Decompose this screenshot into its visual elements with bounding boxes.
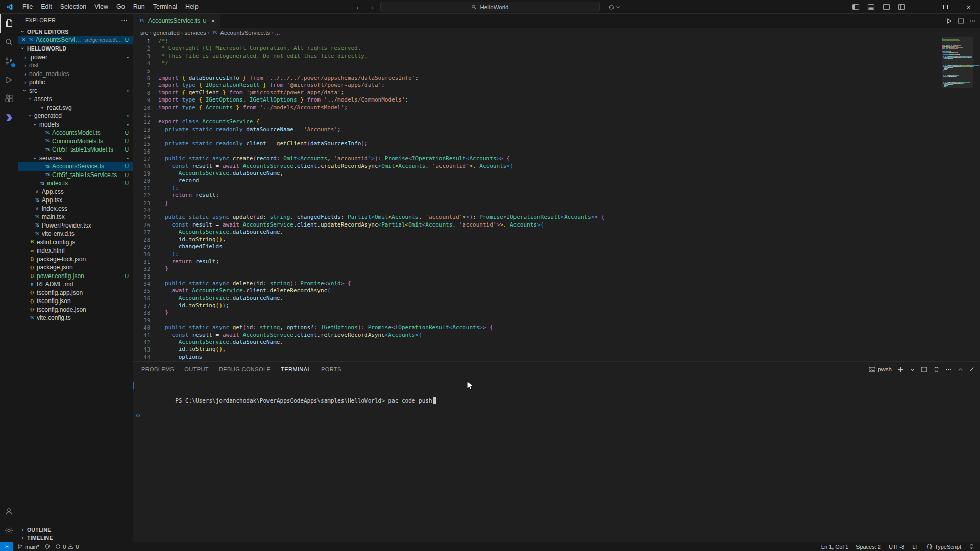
- code-line[interactable]: 6import { dataSourcesInfo } from '../../…: [133, 74, 939, 82]
- code-line[interactable]: 24: [133, 207, 939, 214]
- code-line[interactable]: 37 id.toString());: [133, 302, 939, 309]
- code-line[interactable]: 25 public static async update(id: string…: [133, 214, 939, 221]
- toggle-secondary-sidebar-icon[interactable]: [880, 2, 892, 13]
- problems-item[interactable]: 0 0: [53, 544, 81, 550]
- close-button[interactable]: ×: [957, 0, 980, 14]
- folder-row-models[interactable]: ›models●: [18, 120, 133, 129]
- terminal-content[interactable]: PS C:\Users\jordanchodak\PowerAppsCodeAp…: [133, 377, 980, 542]
- folder-row-.power[interactable]: ›.power●: [18, 53, 133, 62]
- file-row-index.css[interactable]: #index.css: [18, 205, 133, 213]
- panel-tab-ports[interactable]: PORTS: [321, 362, 341, 377]
- folder-row-node-modules[interactable]: ›node_modules: [18, 70, 133, 79]
- code-line[interactable]: 40 public static async get(id: string, o…: [133, 324, 939, 331]
- code-line[interactable]: 18 const result = await AccountsService.…: [133, 163, 939, 170]
- file-row-index.html[interactable]: <>index.html: [18, 246, 133, 255]
- status-encoding[interactable]: UTF-8: [886, 544, 907, 550]
- menu-go[interactable]: Go: [112, 0, 129, 13]
- panel-tab-output[interactable]: OUTPUT: [184, 362, 209, 377]
- code-line[interactable]: 13 private static readonly dataSourceNam…: [133, 126, 939, 133]
- git-branch-item[interactable]: main*: [15, 544, 42, 550]
- close-tab-icon[interactable]: ×: [211, 17, 215, 25]
- code-line[interactable]: 3 * This file is autogenerated. Do not e…: [133, 53, 939, 60]
- code-line[interactable]: 1/*!: [133, 38, 939, 45]
- menu-edit[interactable]: Edit: [37, 0, 56, 13]
- breadcrumb-item[interactable]: generated: [153, 30, 180, 36]
- maximize-button[interactable]: [934, 0, 957, 14]
- code-line[interactable]: 16: [133, 148, 939, 155]
- file-row-crb5f-table1smodel.ts[interactable]: TSCrb5f_table1sModel.tsU: [18, 145, 133, 154]
- file-row-vite.config.ts[interactable]: TSvite.config.ts: [18, 314, 133, 322]
- terminal-shell-selector[interactable]: pwsh: [869, 366, 892, 373]
- panel-tab-debug-console[interactable]: DEBUG CONSOLE: [219, 362, 271, 377]
- panel-tab-problems[interactable]: PROBLEMS: [141, 362, 174, 377]
- notifications-bell-icon[interactable]: [966, 544, 977, 549]
- open-editor-item[interactable]: ×TSAccountsService.tssrc\generated\ser..…: [18, 36, 133, 44]
- split-terminal-button[interactable]: [921, 366, 927, 373]
- file-row-crb5f-table1sservice.ts[interactable]: TSCrb5f_table1sService.tsU: [18, 171, 133, 180]
- section-timeline[interactable]: ›TIMELINE: [18, 534, 133, 542]
- file-row-main.tsx[interactable]: TSmain.tsx: [18, 213, 133, 221]
- new-terminal-button[interactable]: [897, 366, 904, 373]
- menu-help[interactable]: Help: [181, 0, 203, 13]
- status-language-mode[interactable]: {}TypeScript: [924, 544, 964, 550]
- panel-tab-terminal[interactable]: TERMINAL: [281, 362, 311, 377]
- folder-row-dist[interactable]: ›dist: [18, 61, 133, 70]
- close-panel-icon[interactable]: [969, 366, 975, 372]
- back-button[interactable]: ←: [355, 3, 362, 11]
- section-outline[interactable]: ›OUTLINE: [18, 525, 133, 534]
- sync-icon[interactable]: [608, 4, 615, 10]
- status-eol[interactable]: LF: [910, 544, 921, 550]
- code-line[interactable]: 34 public static async delete(id: string…: [133, 280, 939, 287]
- code-line[interactable]: 33: [133, 273, 939, 280]
- account-icon[interactable]: [0, 502, 18, 521]
- file-row-app.css[interactable]: #App.css: [18, 188, 133, 196]
- remote-indicator[interactable]: ><: [0, 542, 13, 551]
- toggle-primary-sidebar-icon[interactable]: [849, 2, 862, 13]
- kill-terminal-button[interactable]: [933, 366, 940, 373]
- code-line[interactable]: 12export class AccountsService {: [133, 118, 939, 126]
- code-line[interactable]: 7import type { IOperationResult } from '…: [133, 82, 939, 89]
- code-line[interactable]: 23 }: [133, 199, 939, 207]
- folder-row-src[interactable]: ›src●: [18, 87, 133, 95]
- code-line[interactable]: 11: [133, 111, 939, 118]
- breadcrumb-item[interactable]: src: [140, 30, 148, 36]
- run-file-button[interactable]: [946, 18, 952, 24]
- folder-row-services[interactable]: ›services●: [18, 154, 133, 163]
- code-line[interactable]: 22 return result;: [133, 192, 939, 199]
- file-row-tsconfig.node.json[interactable]: {}tsconfig.node.json: [18, 306, 133, 314]
- file-row-accountsservice.ts[interactable]: TSAccountsService.tsU: [18, 162, 133, 171]
- more-actions-icon[interactable]: [121, 17, 128, 24]
- breadcrumb-item[interactable]: ...: [275, 30, 280, 36]
- code-line[interactable]: 41 const result = await AccountsService.…: [133, 332, 939, 339]
- terminal-dropdown-chevron-icon[interactable]: [910, 367, 915, 372]
- breadcrumb-item[interactable]: TSAccountsService.ts: [211, 30, 270, 36]
- code-line[interactable]: 42 AccountsService.dataSourceName,: [133, 339, 939, 346]
- code-line[interactable]: 10import type { Accounts } from '../mode…: [133, 104, 939, 111]
- status-cursor-position[interactable]: Ln 1, Col 1: [819, 544, 851, 550]
- code-line[interactable]: 39: [133, 317, 939, 324]
- file-row-package-lock.json[interactable]: {}package-lock.json: [18, 255, 133, 264]
- code-line[interactable]: 15 private static readonly client = getC…: [133, 140, 939, 147]
- code-line[interactable]: 14: [133, 133, 939, 140]
- folder-row-assets[interactable]: ›assets: [18, 95, 133, 104]
- menu-view[interactable]: View: [90, 0, 112, 13]
- code-line[interactable]: 44 options: [133, 354, 939, 361]
- split-editor-icon[interactable]: [958, 18, 964, 24]
- file-row-powerprovider.tsx[interactable]: TSPowerProvider.tsx: [18, 221, 133, 230]
- close-icon[interactable]: ×: [20, 36, 27, 43]
- file-row-commonmodels.ts[interactable]: TSCommonModels.tsU: [18, 137, 133, 146]
- customize-layout-icon[interactable]: [895, 2, 908, 13]
- file-row-tsconfig.json[interactable]: {}tsconfig.json: [18, 297, 133, 306]
- file-row-power.config.json[interactable]: {}power.config.jsonU: [18, 272, 133, 281]
- power-platform-icon[interactable]: [0, 108, 18, 127]
- file-row-package.json[interactable]: {}package.json: [18, 263, 133, 272]
- settings-gear-icon[interactable]: [0, 521, 18, 540]
- folder-row-generated[interactable]: ›generated●: [18, 112, 133, 120]
- source-control-icon[interactable]: [0, 52, 18, 70]
- toggle-panel-icon[interactable]: [865, 2, 877, 13]
- code-line[interactable]: 28 id.toString(),: [133, 236, 939, 243]
- menu-selection[interactable]: Selection: [56, 0, 90, 13]
- minimize-button[interactable]: [911, 0, 934, 14]
- menu-run[interactable]: Run: [129, 0, 149, 13]
- file-row-accountsmodel.ts[interactable]: TSAccountsModel.tsU: [18, 129, 133, 137]
